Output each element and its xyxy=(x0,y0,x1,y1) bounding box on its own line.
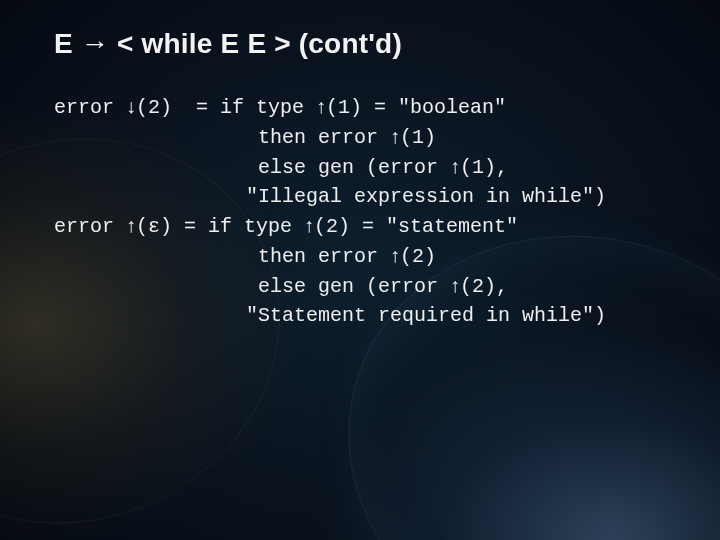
slide: E → < while E E > (cont'd) error ↓(2) = … xyxy=(0,0,720,540)
code-line-2: then error ↑(1) xyxy=(54,126,436,149)
code-line-8: "Statement required in while") xyxy=(54,304,606,327)
code-line-3: else gen (error ↑(1), xyxy=(54,156,508,179)
code-line-7: else gen (error ↑(2), xyxy=(54,275,508,298)
code-block: error ↓(2) = if type ↑(1) = "boolean" th… xyxy=(54,92,670,330)
slide-title: E → < while E E > (cont'd) xyxy=(54,28,670,60)
up-arrow-icon: ↑ xyxy=(450,155,460,177)
code-line-1: error ↓(2) = if type ↑(1) = "boolean" xyxy=(54,96,506,119)
up-arrow-icon: ↑ xyxy=(390,244,400,266)
code-line-6: then error ↑(2) xyxy=(54,245,436,268)
up-arrow-icon: ↑ xyxy=(316,95,326,117)
code-line-5: error ↑(ε) = if type ↑(2) = "statement" xyxy=(54,215,518,238)
code-line-4: "Illegal expression in while") xyxy=(54,185,606,208)
down-arrow-icon: ↓ xyxy=(126,95,136,117)
up-arrow-icon: ↑ xyxy=(304,214,314,236)
up-arrow-icon: ↑ xyxy=(390,125,400,147)
up-arrow-icon: ↑ xyxy=(126,214,136,236)
up-arrow-icon: ↑ xyxy=(450,274,460,296)
